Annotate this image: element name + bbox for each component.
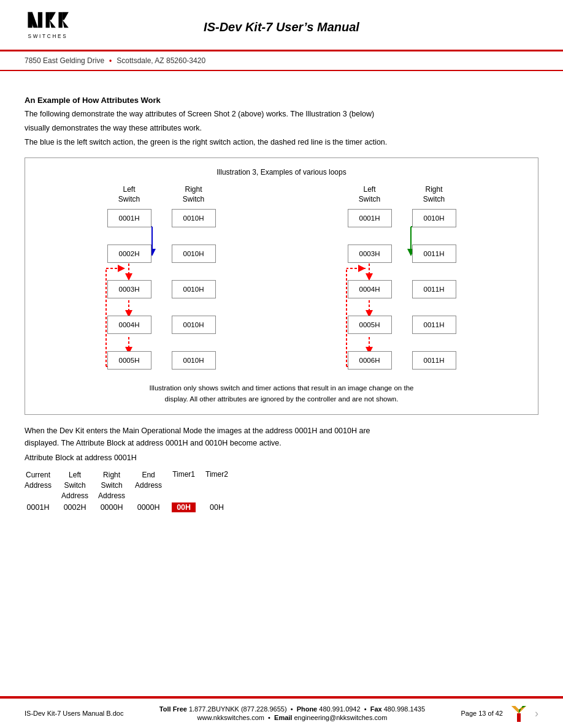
- svg-text:SWITCHES: SWITCHES: [28, 34, 67, 39]
- col-header-timer1: Timer1: [172, 469, 205, 502]
- illustration-note: Illustration only shows switch and timer…: [35, 383, 528, 404]
- svg-marker-7: [63, 12, 69, 20]
- main-content: An Example of How Attributes Work The fo…: [0, 71, 563, 525]
- footer-content: IS-Dev Kit-7 Users Manual B.doc Toll Fre…: [0, 699, 563, 728]
- col-header-end: EndAddress: [135, 469, 172, 502]
- email-address: engineering@nkkswitches.com: [294, 714, 388, 721]
- footer-center: Toll Free 1.877.2BUYNKK (877.228.9655) •…: [123, 705, 461, 721]
- city-text: Scottsdale, AZ 85260-3420: [117, 56, 205, 65]
- nkk-logo-icon: SWITCHES: [25, 11, 98, 42]
- left-d-row1-right: 0010H: [172, 245, 216, 263]
- dot-separator: •: [109, 56, 112, 65]
- svg-marker-27: [358, 265, 366, 272]
- phone-number: 480.991.0942: [319, 705, 360, 713]
- svg-marker-14: [125, 273, 132, 281]
- body-text-2: visually demonstrates the way these attr…: [25, 123, 538, 134]
- right-diagram: LeftSwitch RightSwitch: [337, 185, 466, 374]
- fax-number: 480.998.1435: [384, 705, 425, 713]
- right-d-row3-right: 0011H: [412, 316, 456, 334]
- col-header-right: RightSwitchAddress: [98, 469, 135, 502]
- logo-area: SWITCHES: [25, 11, 110, 44]
- table-line2: displayed. The Attribute Block at addres…: [25, 437, 538, 449]
- left-diagram: LeftSwitch RightSwitch: [97, 185, 226, 374]
- left-diagram-arrows-svg: [97, 207, 226, 409]
- col-header-timer2: Timer2: [205, 469, 237, 502]
- cell-left: 0002H: [61, 502, 98, 513]
- right-d-row1-left: 0003H: [348, 245, 392, 263]
- left-d-row3-left: 0004H: [107, 316, 151, 334]
- right-d-row4-left: 0006H: [348, 351, 392, 370]
- timer1-highlight: 00H: [172, 502, 196, 512]
- right-d-row2-right: 0011H: [412, 280, 456, 298]
- col-header-left: LeftSwitchAddress: [61, 469, 98, 502]
- address-text: 7850 East Gelding Drive: [25, 56, 104, 65]
- tollfree-label: Toll Free: [159, 705, 187, 713]
- svg-marker-29: [366, 273, 373, 281]
- right-diagram-arrows-svg: [337, 207, 466, 409]
- footer-right: Page 13 of 42 ›: [461, 703, 538, 723]
- col-header-current: CurrentAddress: [25, 469, 61, 502]
- left-d-row2-left: 0003H: [107, 280, 151, 298]
- cell-timer2: 00H: [205, 502, 237, 513]
- left-diagram-right-header: RightSwitch: [169, 185, 218, 204]
- address-bar: 7850 East Gelding Drive • Scottsdale, AZ…: [0, 51, 563, 71]
- body-text-1: The following demonstrate the way attrib…: [25, 108, 538, 120]
- left-d-row0-right: 0010H: [172, 209, 216, 227]
- right-diagram-left-header: LeftSwitch: [345, 185, 394, 204]
- table-row: 0001H 0002H 0000H 0000H 00H 00H: [25, 502, 237, 513]
- header: SWITCHES IS-Dev Kit-7 User’s Manual: [0, 0, 563, 51]
- right-diagram-right-header: RightSwitch: [410, 185, 459, 204]
- cell-current: 0001H: [25, 502, 61, 513]
- table-line3: Attribute Block at address 0001H: [25, 452, 538, 464]
- illustration-box: Illustration 3, Examples of various loop…: [25, 157, 538, 415]
- right-d-row1-right: 0011H: [412, 245, 456, 263]
- right-d-row2-left: 0004H: [348, 280, 392, 298]
- right-d-row0-right: 0010H: [412, 209, 456, 227]
- table-section: When the Dev Kit enters the Main Operati…: [25, 425, 538, 513]
- svg-marker-8: [63, 20, 69, 28]
- website: www.nkkswitches.com: [197, 714, 264, 721]
- svg-rect-6: [58, 12, 62, 28]
- tollfree-number: 1.877.2BUYNKK (877.228.9655): [189, 705, 287, 713]
- left-d-row0-left: 0001H: [107, 209, 151, 227]
- phone-label: Phone: [297, 705, 318, 713]
- footer: IS-Dev Kit-7 Users Manual B.doc Toll Fre…: [0, 696, 563, 728]
- nkk-y-icon: [509, 703, 529, 723]
- right-d-row0-left: 0001H: [348, 209, 392, 227]
- cell-end: 0000H: [135, 502, 172, 513]
- left-d-row4-left: 0005H: [107, 351, 151, 370]
- next-page-icon[interactable]: ›: [535, 707, 538, 720]
- svg-rect-2: [38, 12, 42, 28]
- fax-label: Fax: [370, 705, 382, 713]
- svg-rect-39: [517, 713, 521, 722]
- illustration-title: Illustration 3, Examples of various loop…: [35, 168, 528, 176]
- page-title: IS-Dev Kit-7 User’s Manual: [110, 20, 453, 34]
- cell-right: 0000H: [98, 502, 135, 513]
- svg-marker-5: [50, 20, 56, 28]
- left-d-row3-right: 0010H: [172, 316, 216, 334]
- footer-filename: IS-Dev Kit-7 Users Manual B.doc: [25, 710, 123, 717]
- section-title: An Example of How Attributes Work: [25, 96, 538, 105]
- page-number: Page 13 of 42: [461, 710, 503, 717]
- cell-timer1: 00H: [172, 502, 205, 513]
- left-d-row4-right: 0010H: [172, 351, 216, 370]
- left-diagram-left-header: LeftSwitch: [105, 185, 154, 204]
- left-d-row2-right: 0010H: [172, 280, 216, 298]
- svg-marker-22: [118, 265, 125, 272]
- body-text-3: The blue is the left switch action, the …: [25, 137, 538, 148]
- email-label: Email: [274, 714, 292, 721]
- svg-marker-37: [511, 706, 519, 713]
- right-d-row4-right: 0011H: [412, 351, 456, 370]
- table-line1: When the Dev Kit enters the Main Operati…: [25, 425, 538, 437]
- svg-marker-4: [50, 12, 56, 20]
- left-d-row1-left: 0002H: [107, 245, 151, 263]
- right-d-row3-left: 0005H: [348, 316, 392, 334]
- svg-rect-3: [46, 12, 50, 28]
- attribute-table: CurrentAddress LeftSwitchAddress RightSw…: [25, 469, 237, 513]
